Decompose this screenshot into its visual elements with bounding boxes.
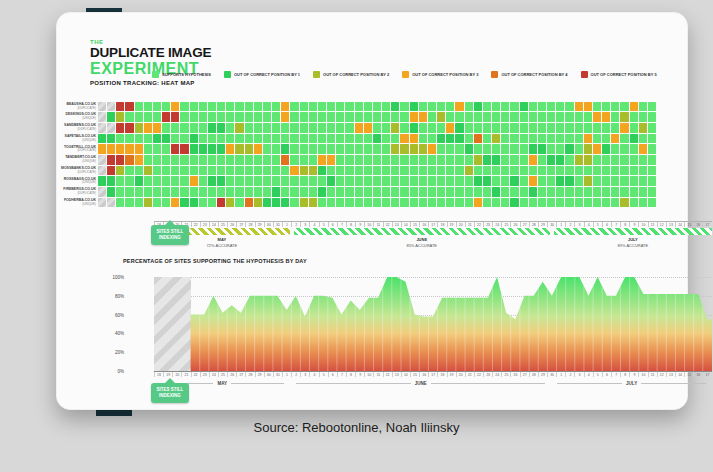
heatmap-day-tick: 1 <box>282 222 291 227</box>
heatmap-cell <box>290 166 298 176</box>
heatmap-cell <box>345 155 353 165</box>
area-chart-title: PERCENTAGE OF SITES SUPPORTING THE HYPOT… <box>123 258 307 264</box>
heatmap-cell <box>162 134 170 144</box>
heatmap-cell <box>391 144 399 154</box>
heatmap-cell <box>153 112 161 122</box>
header-tagline: POSITION TRACKING: HEAT MAP <box>90 80 211 86</box>
area-day-tick: 2 <box>291 372 300 377</box>
heatmap-cell <box>630 155 638 165</box>
heatmap-cell <box>529 155 537 165</box>
heatmap-row-label-text: (UNIQUE) <box>59 160 96 163</box>
area-day-tick: 10 <box>364 372 373 377</box>
heatmap-cell <box>327 187 335 197</box>
heatmap-cell <box>153 144 161 154</box>
heatmap-cell <box>235 112 243 122</box>
area-day-tick: 27 <box>236 372 245 377</box>
heatmap-cell <box>419 134 427 144</box>
heatmap-cell <box>410 112 418 122</box>
heatmap-cell <box>492 123 500 133</box>
heatmap-cell <box>510 144 518 154</box>
heatmap-cell <box>281 144 289 154</box>
heatmap-cell <box>455 155 463 165</box>
heatmap-cell <box>107 176 115 186</box>
area-day-tick: 4 <box>309 372 318 377</box>
heatmap-cell <box>144 144 152 154</box>
area-day-tick: 18 <box>154 372 163 377</box>
heatmap-cell <box>235 155 243 165</box>
legend-swatch-icon <box>152 71 159 78</box>
heatmap-cell <box>584 123 592 133</box>
heatmap-cell <box>162 155 170 165</box>
heatmap-row-label-text: (DUPLICATE) <box>59 171 96 174</box>
heatmap-cell <box>520 187 528 197</box>
heatmap-cell <box>501 134 509 144</box>
heatmap-row: FIREBERGS.CO.UK(DUPLICATE) <box>59 187 687 198</box>
heatmap-cell <box>217 187 225 197</box>
heatmap-day-tick: 26 <box>227 222 236 227</box>
heatmap-cell <box>162 144 170 154</box>
heatmap-cell <box>254 123 262 133</box>
heatmap-cell <box>180 166 188 176</box>
heatmap-cell <box>510 176 518 186</box>
heatmap-cell <box>300 166 308 176</box>
area-chart-svg <box>154 277 712 371</box>
heatmap-cell <box>419 144 427 154</box>
heatmap-cell <box>520 112 528 122</box>
heatmap-cell <box>98 102 106 112</box>
heatmap-cell <box>190 166 198 176</box>
x-month-label: JUNE <box>415 381 427 386</box>
heatmap-cell <box>492 134 500 144</box>
area-day-tick: 16 <box>693 372 702 377</box>
heatmap-cell <box>190 198 198 208</box>
heatmap-cell <box>593 176 601 186</box>
heatmap-cell <box>400 102 408 112</box>
heatmap-cell <box>437 144 445 154</box>
heatmap-cell <box>135 112 143 122</box>
heatmap-cell <box>98 166 106 176</box>
area-chart-month-labels: MAYJUNEJULY <box>154 381 712 386</box>
heatmap-cell <box>272 155 280 165</box>
heatmap-cell <box>556 112 564 122</box>
heatmap-cell <box>309 198 317 208</box>
heatmap-cell <box>602 112 610 122</box>
heatmap-cell <box>474 176 482 186</box>
heatmap-cell <box>510 198 518 208</box>
legend-swatch-icon <box>581 71 588 78</box>
heatmap-cell <box>245 166 253 176</box>
heatmap-row-label: FIREBERGS.CO.UK(DUPLICATE) <box>59 188 98 195</box>
heatmap-cell <box>520 102 528 112</box>
heatmap-cell <box>565 166 573 176</box>
area-day-tick: 29 <box>255 372 264 377</box>
heatmap-cell <box>199 198 207 208</box>
heatmap-cell <box>226 123 234 133</box>
heatmap-cell <box>98 134 106 144</box>
heatmap-cell <box>584 144 592 154</box>
heatmap-cell <box>300 176 308 186</box>
heatmap-cell <box>630 144 638 154</box>
heatmap-cell <box>584 198 592 208</box>
heatmap-cell <box>410 155 418 165</box>
heatmap-cell <box>290 123 298 133</box>
heatmap-cell <box>556 144 564 154</box>
heatmap-cell <box>235 123 243 133</box>
heatmap-cell <box>190 144 198 154</box>
heatmap-cell <box>281 176 289 186</box>
heatmap-cell <box>364 176 372 186</box>
heatmap-cell <box>327 166 335 176</box>
area-day-tick: 8 <box>620 372 629 377</box>
heatmap-cell <box>584 102 592 112</box>
area-day-tick: 19 <box>163 372 172 377</box>
x-month-rule <box>231 383 284 384</box>
heatmap-day-tick: 14 <box>401 222 410 227</box>
heatmap-cell <box>373 144 381 154</box>
area-day-tick: 20 <box>172 372 181 377</box>
heatmap-cell <box>584 187 592 197</box>
heatmap-cell <box>556 123 564 133</box>
heatmap-day-tick: 30 <box>547 222 556 227</box>
heatmap-cell <box>235 134 243 144</box>
heatmap-cell <box>116 123 124 133</box>
heatmap-cell <box>611 155 619 165</box>
heatmap-cell <box>125 112 133 122</box>
heatmap-cell <box>593 102 601 112</box>
heatmap-day-tick: 29 <box>255 222 264 227</box>
